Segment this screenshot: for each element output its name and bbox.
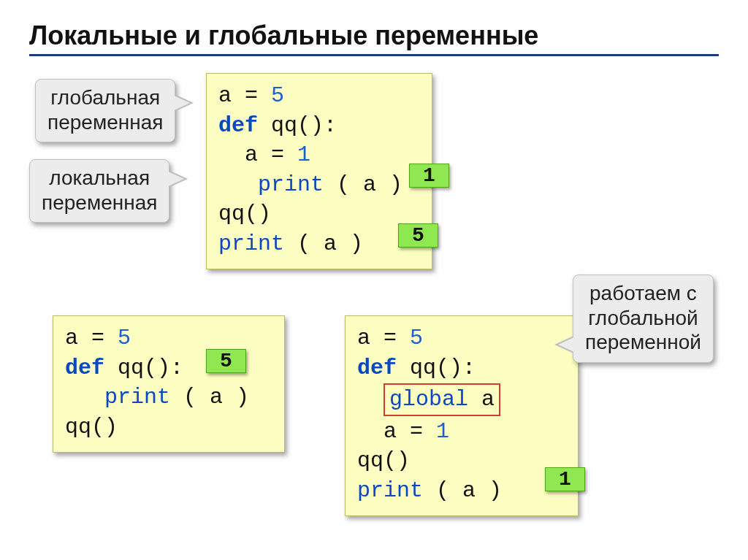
callout-pointer-fill bbox=[174, 96, 190, 110]
code-line: a = 5 bbox=[218, 81, 420, 111]
callout-line: локальная bbox=[42, 166, 157, 191]
code-line: a = 1 bbox=[357, 417, 566, 447]
output-badge: 1 bbox=[409, 164, 449, 188]
code-line: def qq(): bbox=[218, 111, 420, 141]
code-line: qq() bbox=[218, 199, 420, 229]
code-line: global a bbox=[357, 383, 566, 417]
output-badge: 5 bbox=[398, 223, 438, 248]
callout-line: переменной bbox=[585, 330, 701, 355]
code-line: print ( a ) bbox=[218, 170, 420, 200]
code-line: print ( a ) bbox=[357, 476, 566, 506]
callout-line: переменная bbox=[42, 191, 157, 215]
code-line: a = 1 bbox=[218, 140, 420, 170]
title-underline bbox=[29, 54, 719, 56]
callout-line: глобальной bbox=[585, 306, 701, 331]
callout-work-global: работаем с глобальной переменной bbox=[573, 275, 714, 363]
code-line: print ( a ) bbox=[65, 383, 272, 413]
callout-pointer-fill bbox=[558, 337, 574, 352]
code-line: qq() bbox=[65, 413, 272, 442]
code-line: def qq(): bbox=[357, 353, 566, 383]
output-badge: 1 bbox=[545, 467, 585, 491]
code-box-left: a = 5 def qq(): print ( a ) qq() bbox=[53, 315, 285, 453]
page-title: Локальные и глобальные переменные bbox=[29, 20, 719, 51]
callout-line: глобальная bbox=[47, 85, 163, 110]
callout-line: переменная bbox=[47, 110, 163, 135]
output-badge: 5 bbox=[206, 349, 246, 373]
code-line: print ( a ) bbox=[218, 229, 420, 259]
code-line: a = 5 bbox=[357, 323, 566, 353]
code-box-right: a = 5 def qq(): global a a = 1 qq() prin… bbox=[345, 315, 579, 516]
callout-line: работаем с bbox=[585, 281, 701, 306]
callout-global-var: глобальная переменная bbox=[35, 79, 175, 142]
slide: Локальные и глобальные переменные глобал… bbox=[0, 0, 748, 560]
callout-pointer-fill bbox=[168, 172, 184, 186]
code-line: qq() bbox=[357, 446, 566, 476]
callout-local-var: локальная переменная bbox=[29, 159, 169, 223]
